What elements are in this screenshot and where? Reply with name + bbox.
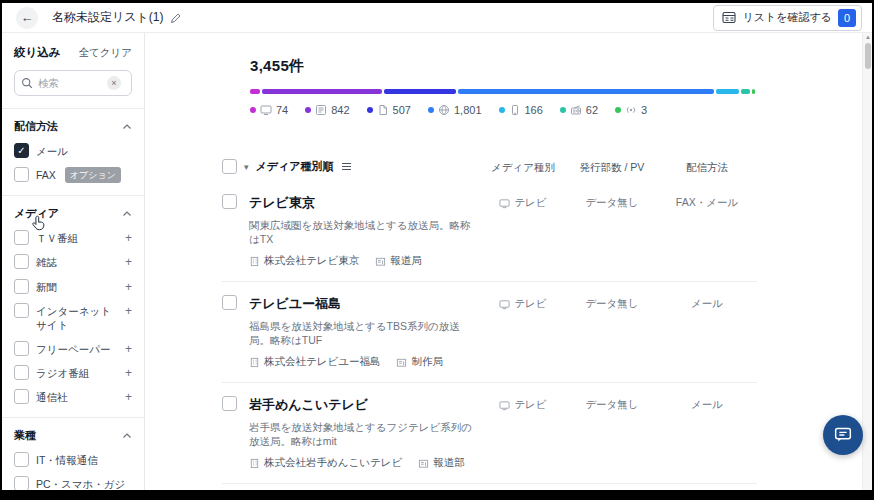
expand-plus-icon[interactable]: + <box>125 341 132 356</box>
chevron-up-icon <box>122 123 132 130</box>
section-industry-header[interactable]: 業種 <box>14 428 132 443</box>
media-type-legend: 74 842 507 1,801 <box>250 104 755 116</box>
media-name: 岩手めんこいテレビ <box>249 396 479 414</box>
column-delivery[interactable]: 配信方法 <box>657 159 757 175</box>
column-media-type[interactable]: メディア種別 <box>479 159 567 175</box>
legend-dot <box>428 107 434 113</box>
row-checkbox[interactable] <box>222 396 237 411</box>
newspaper-icon <box>377 104 389 116</box>
checkbox-icon[interactable] <box>14 341 29 356</box>
row-checkbox[interactable] <box>222 194 237 209</box>
clear-search-icon[interactable]: × <box>107 76 121 90</box>
delivery-value: メール <box>657 396 757 412</box>
checkbox-icon[interactable] <box>14 365 29 380</box>
media-type-value: テレビ <box>514 297 546 311</box>
filter-media-tv[interactable]: ＴＶ番組 + <box>14 230 132 245</box>
filter-media-radio[interactable]: ラジオ番組 + <box>14 365 132 380</box>
radio-icon <box>570 104 582 116</box>
checkbox-icon[interactable] <box>14 476 29 490</box>
tv-icon <box>499 299 510 310</box>
table-row-tv-u-fukushima[interactable]: テレビユー福島 福島県を放送対象地域とするTBS系列の放送局。略称はTUF 株式… <box>222 282 757 383</box>
chat-button[interactable] <box>823 415 863 455</box>
back-arrow-icon: ← <box>21 10 34 25</box>
bar-segment-radio <box>741 89 750 94</box>
checkbox-icon[interactable] <box>14 389 29 404</box>
checkbox-icon[interactable] <box>14 230 29 245</box>
bar-segment-wire <box>752 89 755 94</box>
expand-plus-icon[interactable]: + <box>125 254 132 269</box>
expand-plus-icon[interactable]: + <box>125 303 132 318</box>
filter-media-newspaper[interactable]: 新聞 + <box>14 279 132 294</box>
checkbox-icon[interactable] <box>14 279 29 294</box>
legend-dot <box>305 107 311 113</box>
caret-down-icon[interactable]: ▾ <box>244 162 249 172</box>
search-box: × <box>14 70 132 96</box>
company-tag: 株式会社岩手めんこいテレビ <box>249 456 402 470</box>
filter-media-wire[interactable]: 通信社 + <box>14 389 132 404</box>
bar-segment-newspaper <box>384 89 456 94</box>
filter-industry-pc[interactable]: PC・スマホ・ガジェット <box>14 476 132 490</box>
media-table: ▾ メディア種別順 メディア種別 発行部数 / PV 配信方法 テレビ東京 関東… <box>222 159 757 490</box>
circulation-value: データ無し <box>567 295 657 311</box>
bar-segment-freepaper <box>716 89 740 94</box>
back-button[interactable]: ← <box>16 7 38 29</box>
media-type-value: テレビ <box>514 196 546 210</box>
company-tag: 株式会社テレビ東京 <box>249 254 359 268</box>
delivery-value: FAX・メール <box>657 194 757 210</box>
department-icon <box>418 458 429 469</box>
sort-icon[interactable] <box>341 161 352 172</box>
row-checkbox[interactable] <box>222 295 237 310</box>
department-tag: 報道部 <box>418 456 465 470</box>
checkbox-icon[interactable] <box>14 303 29 318</box>
divider <box>2 195 144 196</box>
tv-icon <box>499 400 510 411</box>
scroll-up-arrow-icon[interactable]: ▲ <box>863 33 872 42</box>
list-title: 名称未設定リスト(1) <box>52 9 164 26</box>
screen: ← 名称未設定リスト(1) リストを確認する 0 絞り込み 全てクリア <box>0 0 874 500</box>
company-tag: 株式会社テレビユー福島 <box>249 355 380 369</box>
table-row-iwate-menkoi-tv[interactable]: 岩手めんこいテレビ 岩手県を放送対象地域とするフジテレビ系列の放送局。略称はmi… <box>222 383 757 484</box>
table-row-aomori-tv[interactable]: 青森テレビ 青森県を放送対象地域とするTBS系列の放送局 株式会社青森テレビ 報… <box>222 484 757 490</box>
scrollbar-thumb[interactable] <box>865 43 871 69</box>
column-circulation[interactable]: 発行部数 / PV <box>567 159 657 175</box>
filter-delivery-fax[interactable]: FAX オプション <box>14 167 132 183</box>
clear-all-link[interactable]: 全てクリア <box>79 46 132 60</box>
filter-title: 絞り込み <box>14 45 61 60</box>
app-window: ← 名称未設定リスト(1) リストを確認する 0 絞り込み 全てクリア <box>2 3 872 490</box>
edit-title-icon[interactable] <box>170 12 182 24</box>
filter-delivery-mail[interactable]: ✓ メール <box>14 143 132 158</box>
checkbox-icon[interactable] <box>14 452 29 467</box>
search-input[interactable] <box>38 77 102 89</box>
confirm-list-button[interactable]: リストを確認する 0 <box>713 5 862 31</box>
bar-segment-tv <box>250 89 260 94</box>
scrollbar[interactable]: ▲ <box>862 33 872 490</box>
section-delivery-header[interactable]: 配信方法 <box>14 119 132 134</box>
media-name: テレビユー福島 <box>249 295 479 313</box>
results-panel: 3,455件 74 842 <box>145 33 872 490</box>
legend-dot <box>499 107 505 113</box>
expand-plus-icon[interactable]: + <box>125 389 132 404</box>
legend-item-freepaper: 166 <box>499 104 543 116</box>
table-row-tv-tokyo[interactable]: テレビ東京 関東広域圏を放送対象地域とする放送局。略称はTX 株式会社テレビ東京… <box>222 181 757 282</box>
confirm-list-label: リストを確認する <box>742 10 832 25</box>
circulation-value: データ無し <box>567 396 657 412</box>
filter-media-magazine[interactable]: 雑誌 + <box>14 254 132 269</box>
filter-industry-it[interactable]: IT・情報通信 <box>14 452 132 467</box>
expand-plus-icon[interactable]: + <box>125 230 132 245</box>
select-all-checkbox[interactable] <box>222 159 237 174</box>
checkbox-checked-icon[interactable]: ✓ <box>14 143 29 158</box>
department-icon <box>375 256 386 267</box>
legend-item-wire: 3 <box>615 104 647 116</box>
sort-label[interactable]: メディア種別順 <box>256 159 334 174</box>
checkbox-icon[interactable] <box>14 254 29 269</box>
filter-media-web[interactable]: インターネットサイト + <box>14 303 132 332</box>
filter-media-freepaper[interactable]: フリーペーパー + <box>14 341 132 356</box>
expand-plus-icon[interactable]: + <box>125 365 132 380</box>
checkbox-icon[interactable] <box>14 167 29 182</box>
list-count-badge: 0 <box>838 9 856 27</box>
legend-item-newspaper: 507 <box>367 104 411 116</box>
section-media-header[interactable]: メディア <box>14 206 132 221</box>
freepaper-icon <box>509 104 521 116</box>
media-description: 関東広域圏を放送対象地域とする放送局。略称はTX <box>249 219 479 247</box>
expand-plus-icon[interactable]: + <box>125 279 132 294</box>
